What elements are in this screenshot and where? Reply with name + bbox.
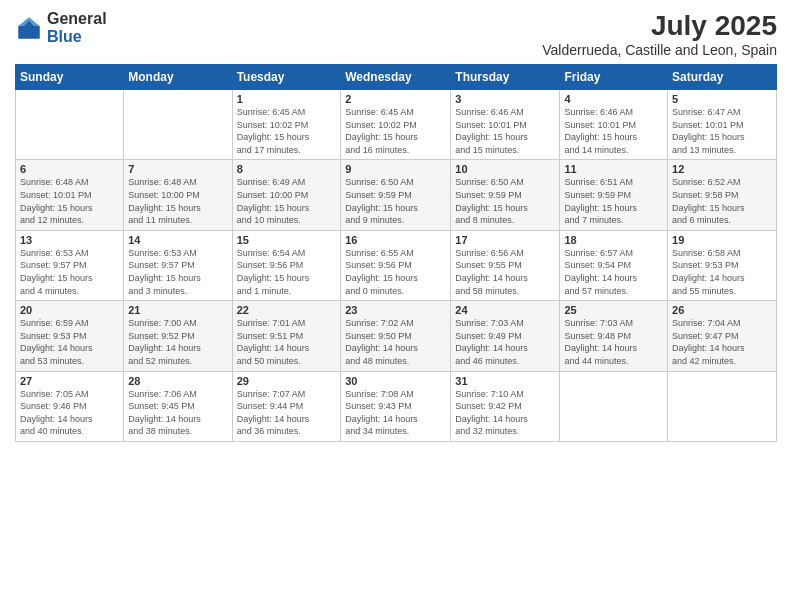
day-number: 28 bbox=[128, 375, 227, 387]
day-info: Sunrise: 6:56 AM Sunset: 9:55 PM Dayligh… bbox=[455, 247, 555, 297]
day-number: 9 bbox=[345, 163, 446, 175]
day-number: 17 bbox=[455, 234, 555, 246]
logo: General Blue bbox=[15, 10, 107, 45]
calendar-cell: 9Sunrise: 6:50 AM Sunset: 9:59 PM Daylig… bbox=[341, 160, 451, 230]
calendar-body: 1Sunrise: 6:45 AM Sunset: 10:02 PM Dayli… bbox=[16, 90, 777, 442]
day-info: Sunrise: 6:52 AM Sunset: 9:58 PM Dayligh… bbox=[672, 176, 772, 226]
calendar-cell bbox=[668, 371, 777, 441]
day-info: Sunrise: 7:03 AM Sunset: 9:48 PM Dayligh… bbox=[564, 317, 663, 367]
calendar-cell: 30Sunrise: 7:08 AM Sunset: 9:43 PM Dayli… bbox=[341, 371, 451, 441]
day-info: Sunrise: 6:45 AM Sunset: 10:02 PM Daylig… bbox=[345, 106, 446, 156]
day-number: 2 bbox=[345, 93, 446, 105]
calendar-cell bbox=[16, 90, 124, 160]
logo-general: General bbox=[47, 10, 107, 28]
calendar-week-1: 1Sunrise: 6:45 AM Sunset: 10:02 PM Dayli… bbox=[16, 90, 777, 160]
day-number: 4 bbox=[564, 93, 663, 105]
calendar-cell: 1Sunrise: 6:45 AM Sunset: 10:02 PM Dayli… bbox=[232, 90, 341, 160]
day-number: 8 bbox=[237, 163, 337, 175]
calendar-cell bbox=[560, 371, 668, 441]
day-number: 26 bbox=[672, 304, 772, 316]
day-info: Sunrise: 7:05 AM Sunset: 9:46 PM Dayligh… bbox=[20, 388, 119, 438]
weekday-header-friday: Friday bbox=[560, 65, 668, 90]
calendar-cell: 18Sunrise: 6:57 AM Sunset: 9:54 PM Dayli… bbox=[560, 230, 668, 300]
day-number: 29 bbox=[237, 375, 337, 387]
day-number: 24 bbox=[455, 304, 555, 316]
day-info: Sunrise: 6:46 AM Sunset: 10:01 PM Daylig… bbox=[455, 106, 555, 156]
logo-icon bbox=[15, 14, 43, 42]
day-number: 16 bbox=[345, 234, 446, 246]
location: Valderrueda, Castille and Leon, Spain bbox=[542, 42, 777, 58]
day-info: Sunrise: 6:57 AM Sunset: 9:54 PM Dayligh… bbox=[564, 247, 663, 297]
day-info: Sunrise: 7:10 AM Sunset: 9:42 PM Dayligh… bbox=[455, 388, 555, 438]
calendar-cell bbox=[124, 90, 232, 160]
day-info: Sunrise: 6:47 AM Sunset: 10:01 PM Daylig… bbox=[672, 106, 772, 156]
day-number: 31 bbox=[455, 375, 555, 387]
calendar-cell: 29Sunrise: 7:07 AM Sunset: 9:44 PM Dayli… bbox=[232, 371, 341, 441]
day-info: Sunrise: 6:58 AM Sunset: 9:53 PM Dayligh… bbox=[672, 247, 772, 297]
weekday-row: SundayMondayTuesdayWednesdayThursdayFrid… bbox=[16, 65, 777, 90]
calendar-cell: 26Sunrise: 7:04 AM Sunset: 9:47 PM Dayli… bbox=[668, 301, 777, 371]
day-info: Sunrise: 6:59 AM Sunset: 9:53 PM Dayligh… bbox=[20, 317, 119, 367]
calendar-cell: 16Sunrise: 6:55 AM Sunset: 9:56 PM Dayli… bbox=[341, 230, 451, 300]
calendar-cell: 23Sunrise: 7:02 AM Sunset: 9:50 PM Dayli… bbox=[341, 301, 451, 371]
day-number: 12 bbox=[672, 163, 772, 175]
weekday-header-saturday: Saturday bbox=[668, 65, 777, 90]
day-info: Sunrise: 6:49 AM Sunset: 10:00 PM Daylig… bbox=[237, 176, 337, 226]
weekday-header-tuesday: Tuesday bbox=[232, 65, 341, 90]
calendar: SundayMondayTuesdayWednesdayThursdayFrid… bbox=[15, 64, 777, 442]
calendar-cell: 27Sunrise: 7:05 AM Sunset: 9:46 PM Dayli… bbox=[16, 371, 124, 441]
calendar-week-4: 20Sunrise: 6:59 AM Sunset: 9:53 PM Dayli… bbox=[16, 301, 777, 371]
logo-text: General Blue bbox=[47, 10, 107, 45]
day-number: 3 bbox=[455, 93, 555, 105]
calendar-cell: 24Sunrise: 7:03 AM Sunset: 9:49 PM Dayli… bbox=[451, 301, 560, 371]
calendar-cell: 3Sunrise: 6:46 AM Sunset: 10:01 PM Dayli… bbox=[451, 90, 560, 160]
day-info: Sunrise: 6:45 AM Sunset: 10:02 PM Daylig… bbox=[237, 106, 337, 156]
weekday-header-thursday: Thursday bbox=[451, 65, 560, 90]
calendar-week-2: 6Sunrise: 6:48 AM Sunset: 10:01 PM Dayli… bbox=[16, 160, 777, 230]
calendar-cell: 2Sunrise: 6:45 AM Sunset: 10:02 PM Dayli… bbox=[341, 90, 451, 160]
day-number: 21 bbox=[128, 304, 227, 316]
logo-blue: Blue bbox=[47, 28, 107, 46]
calendar-cell: 31Sunrise: 7:10 AM Sunset: 9:42 PM Dayli… bbox=[451, 371, 560, 441]
day-number: 22 bbox=[237, 304, 337, 316]
day-info: Sunrise: 6:53 AM Sunset: 9:57 PM Dayligh… bbox=[20, 247, 119, 297]
page: General Blue July 2025 Valderrueda, Cast… bbox=[0, 0, 792, 612]
day-number: 10 bbox=[455, 163, 555, 175]
svg-rect-2 bbox=[19, 26, 40, 38]
day-number: 13 bbox=[20, 234, 119, 246]
calendar-week-3: 13Sunrise: 6:53 AM Sunset: 9:57 PM Dayli… bbox=[16, 230, 777, 300]
day-number: 27 bbox=[20, 375, 119, 387]
calendar-cell: 5Sunrise: 6:47 AM Sunset: 10:01 PM Dayli… bbox=[668, 90, 777, 160]
day-number: 25 bbox=[564, 304, 663, 316]
calendar-cell: 8Sunrise: 6:49 AM Sunset: 10:00 PM Dayli… bbox=[232, 160, 341, 230]
calendar-cell: 4Sunrise: 6:46 AM Sunset: 10:01 PM Dayli… bbox=[560, 90, 668, 160]
day-info: Sunrise: 6:48 AM Sunset: 10:01 PM Daylig… bbox=[20, 176, 119, 226]
day-info: Sunrise: 6:53 AM Sunset: 9:57 PM Dayligh… bbox=[128, 247, 227, 297]
day-info: Sunrise: 7:01 AM Sunset: 9:51 PM Dayligh… bbox=[237, 317, 337, 367]
calendar-header: SundayMondayTuesdayWednesdayThursdayFrid… bbox=[16, 65, 777, 90]
month-year: July 2025 bbox=[542, 10, 777, 42]
day-info: Sunrise: 6:54 AM Sunset: 9:56 PM Dayligh… bbox=[237, 247, 337, 297]
day-info: Sunrise: 7:04 AM Sunset: 9:47 PM Dayligh… bbox=[672, 317, 772, 367]
weekday-header-sunday: Sunday bbox=[16, 65, 124, 90]
calendar-cell: 25Sunrise: 7:03 AM Sunset: 9:48 PM Dayli… bbox=[560, 301, 668, 371]
day-number: 20 bbox=[20, 304, 119, 316]
day-number: 11 bbox=[564, 163, 663, 175]
day-info: Sunrise: 7:03 AM Sunset: 9:49 PM Dayligh… bbox=[455, 317, 555, 367]
weekday-header-wednesday: Wednesday bbox=[341, 65, 451, 90]
day-info: Sunrise: 7:00 AM Sunset: 9:52 PM Dayligh… bbox=[128, 317, 227, 367]
day-info: Sunrise: 7:08 AM Sunset: 9:43 PM Dayligh… bbox=[345, 388, 446, 438]
calendar-cell: 28Sunrise: 7:06 AM Sunset: 9:45 PM Dayli… bbox=[124, 371, 232, 441]
day-number: 15 bbox=[237, 234, 337, 246]
calendar-cell: 14Sunrise: 6:53 AM Sunset: 9:57 PM Dayli… bbox=[124, 230, 232, 300]
day-info: Sunrise: 6:48 AM Sunset: 10:00 PM Daylig… bbox=[128, 176, 227, 226]
day-info: Sunrise: 7:02 AM Sunset: 9:50 PM Dayligh… bbox=[345, 317, 446, 367]
day-info: Sunrise: 6:55 AM Sunset: 9:56 PM Dayligh… bbox=[345, 247, 446, 297]
calendar-cell: 10Sunrise: 6:50 AM Sunset: 9:59 PM Dayli… bbox=[451, 160, 560, 230]
day-number: 18 bbox=[564, 234, 663, 246]
calendar-cell: 21Sunrise: 7:00 AM Sunset: 9:52 PM Dayli… bbox=[124, 301, 232, 371]
calendar-cell: 7Sunrise: 6:48 AM Sunset: 10:00 PM Dayli… bbox=[124, 160, 232, 230]
day-info: Sunrise: 7:07 AM Sunset: 9:44 PM Dayligh… bbox=[237, 388, 337, 438]
day-info: Sunrise: 6:50 AM Sunset: 9:59 PM Dayligh… bbox=[345, 176, 446, 226]
day-number: 19 bbox=[672, 234, 772, 246]
